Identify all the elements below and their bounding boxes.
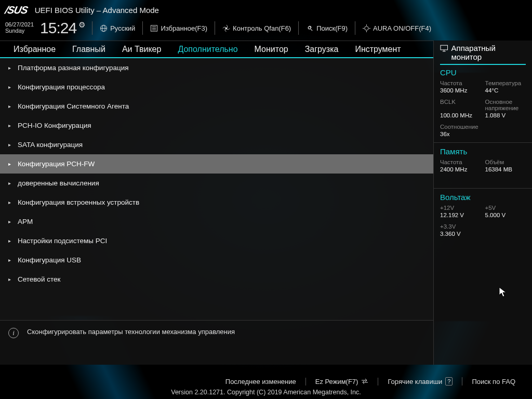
mem-freq-label: Частота [440,159,481,165]
svg-line-9 [311,29,312,30]
tab-4[interactable]: Монитор [246,41,297,58]
svg-rect-15 [441,45,448,50]
tab-3[interactable]: Дополнительно [169,41,246,58]
voltage-section-title: Вольтаж [440,193,526,202]
favorites-label: Избранное(F3) [161,24,207,32]
aura-label: AURA ON/OFF(F4) [373,24,431,32]
menu-item[interactable]: PCH-IO Конфигурация [0,116,433,135]
favorites-button[interactable]: Избранное(F3) [150,24,207,32]
cpu-freq-value: 3600 MHz [440,87,481,94]
bclk-label: BCLK [440,99,481,111]
brand-logo: /SUS [4,4,29,16]
list-icon [150,24,158,32]
hotkeys-label: Горячие клавиши [388,378,442,385]
cpu-freq-label: Частота [440,80,481,86]
aura-icon [363,24,370,32]
date-block: 06/27/2021 Sunday [5,22,36,34]
menu-item[interactable]: Конфигурация встроенных устройств [0,193,433,212]
v12-label: +12V [440,205,481,211]
globe-icon [100,24,108,32]
v33-value: 3.360 V [440,231,481,237]
ratio-value: 36x [440,131,481,137]
vcore-value: 1.088 V [485,112,526,118]
cpu-section-title: CPU [440,68,526,77]
vcore-label: Основное напряжение [485,99,526,111]
qfan-button[interactable]: Контроль Qfan(F6) [222,24,291,32]
tab-2[interactable]: Аи Твикер [114,41,170,58]
header: /SUS UEFI BIOS Utility – Advanced Mode 0… [0,0,532,41]
footer: Последнее изменение Ez Режим(F7) Горячие… [0,365,532,399]
hotkeys-button[interactable]: Горячие клавиши ? [378,377,462,385]
menu-item[interactable]: Настройки подсистемы PCI [0,231,433,250]
tab-6[interactable]: Инструмент [347,41,401,58]
help-text: Сконфигурировать параметры технологии ме… [27,328,235,336]
v33-label: +3.3V [440,223,481,230]
mem-cap-value: 16384 MB [485,166,526,172]
svg-point-7 [225,27,228,29]
memory-section-title: Память [440,147,526,156]
copyright-text: Version 2.20.1271. Copyright (C) 2019 Am… [171,389,361,396]
fan-icon [222,24,230,32]
menu-item[interactable]: Конфигурация USB [0,250,433,270]
help-bar: i Сконфигурировать параметры технологии … [0,320,433,365]
last-modified-button[interactable]: Последнее изменение [216,378,306,385]
language-button[interactable]: Русский [100,24,135,32]
search-button[interactable]: Поиск(F9) [306,24,348,32]
mem-freq-value: 2400 MHz [440,166,481,172]
svg-point-10 [365,26,369,30]
menu-item[interactable]: Конфигурация процессора [0,77,433,97]
search-icon [306,24,314,32]
tab-0[interactable]: Избранное [5,41,64,58]
menu-item[interactable]: Конфигурация Системного Агента [0,97,433,116]
monitor-icon [440,45,448,52]
menu-item[interactable]: Конфигурация PCH-FW [0,154,433,174]
menu-item[interactable]: SATA конфигурация [0,135,433,154]
clock[interactable]: 15:24 ⚙ [40,19,85,37]
search-label: Поиск(F9) [316,24,348,32]
v5-label: +5V [485,205,526,211]
time-value: 15:24 [40,19,76,37]
question-key-icon: ? [445,377,453,385]
day-text: Sunday [5,28,34,34]
hw-monitor-title: Аппаратный монитор [451,44,526,62]
menu-item[interactable]: APM [0,212,433,231]
menu-item[interactable]: доверенные вычисления [0,174,433,193]
swap-icon [361,378,368,384]
tab-5[interactable]: Загрузка [297,41,347,58]
mem-cap-label: Объём [485,159,526,165]
cpu-temp-label: Температура [485,80,526,86]
cpu-temp-value: 44°C [485,87,526,94]
ez-mode-button[interactable]: Ez Режим(F7) [306,378,379,385]
menu-item[interactable]: Сетевой стек [0,270,433,289]
v12-value: 12.192 V [440,212,481,218]
menu-item[interactable]: Платформа разная конфигурация [0,58,433,77]
faq-button[interactable]: Поиск по FAQ [462,378,515,385]
ratio-label: Соотношение [440,124,481,130]
svg-point-8 [308,26,311,29]
tab-bar: ИзбранноеГлавныйАи ТвикерДополнительноМо… [0,41,433,58]
app-title: UEFI BIOS Utility – Advanced Mode [35,6,159,15]
qfan-label: Контроль Qfan(F6) [233,24,291,32]
menu-list: Платформа разная конфигурацияКонфигураци… [0,58,433,320]
language-label: Русский [110,24,135,32]
ez-mode-label: Ez Режим(F7) [315,378,358,385]
aura-button[interactable]: AURA ON/OFF(F4) [363,24,431,32]
info-icon: i [8,328,19,338]
hw-monitor-panel: Аппаратный монитор CPU Частота Температу… [433,41,532,365]
main-panel: Платформа разная конфигурацияКонфигураци… [0,58,433,365]
gear-icon[interactable]: ⚙ [78,20,85,30]
bclk-value: 100.00 MHz [440,112,481,118]
v5-value: 5.000 V [485,212,526,218]
tab-1[interactable]: Главный [64,41,114,58]
